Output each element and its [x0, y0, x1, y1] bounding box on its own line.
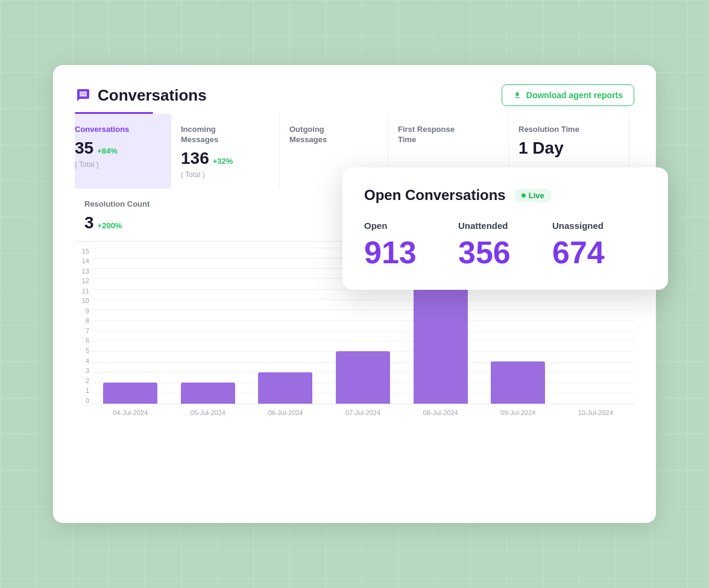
stat-label-resolution-time: Resolution Time	[518, 125, 619, 135]
stat-label-resolution-count: Resolution Count	[84, 199, 162, 210]
stat-label-conversations: Conversations	[75, 125, 161, 135]
conv-stat-label-open: Open	[364, 220, 458, 231]
stat-value-outgoing	[289, 150, 378, 167]
conv-stat-label-unassigned: Unassigned	[552, 220, 646, 231]
stat-sub-conversations: ( Total )	[75, 160, 161, 169]
bar-06jul	[247, 248, 324, 404]
y-label-3: 3	[75, 367, 89, 374]
open-conv-header: Open Conversations Live	[364, 187, 646, 204]
conv-stat-label-unattended: Unattended	[458, 220, 552, 231]
x-label-07jul: 07-Jul-2024	[324, 409, 402, 416]
y-label-6: 6	[75, 337, 89, 344]
main-card: Conversations Download agent reports Con…	[53, 65, 656, 523]
download-button[interactable]: Download agent reports	[502, 84, 634, 106]
conv-stat-value-unassigned: 674	[552, 237, 646, 268]
conv-stat-unassigned: Unassigned 674	[552, 220, 646, 268]
chat-icon	[75, 87, 92, 104]
bar-05jul	[169, 248, 247, 404]
y-label-2: 2	[75, 377, 89, 384]
live-label: Live	[529, 191, 544, 200]
stat-value-resolution-time: 1 Day	[518, 140, 619, 157]
stat-conversations[interactable]: Conversations 35 +84% ( Total )	[75, 114, 171, 189]
bar-value-08jul	[414, 273, 468, 404]
stat-incoming[interactable]: IncomingMessages 136 +32% ( Total )	[171, 114, 280, 189]
download-icon	[513, 91, 522, 99]
stat-value-resolution-count: 3	[84, 214, 94, 231]
stat-sub-incoming: ( Total )	[181, 170, 269, 179]
bar-value-05jul	[181, 383, 235, 404]
card-header: Conversations Download agent reports	[75, 84, 634, 106]
y-label-10: 10	[75, 297, 89, 304]
x-label-08jul: 08-Jul-2024	[402, 409, 479, 416]
y-label-14: 14	[75, 257, 89, 264]
y-label-8: 8	[75, 317, 89, 324]
stat-value-conversations: 35	[75, 140, 93, 157]
y-label-9: 9	[75, 307, 89, 314]
stat-value-incoming: 136	[181, 150, 209, 167]
open-conv-title: Open Conversations	[364, 187, 506, 204]
x-label-06jul: 06-Jul-2024	[247, 409, 324, 416]
bar-value-07jul	[336, 351, 390, 404]
open-conv-stats: Open 913 Unattended 356 Unassigned 674	[364, 220, 646, 268]
conv-stat-value-unattended: 356	[458, 237, 552, 268]
conv-stat-value-open: 913	[364, 237, 458, 268]
x-label-09jul: 09-Jul-2024	[479, 409, 557, 416]
y-label-7: 7	[75, 327, 89, 334]
y-label-11: 11	[75, 287, 89, 295]
download-label: Download agent reports	[526, 90, 623, 100]
conv-stat-open: Open 913	[364, 220, 458, 268]
page-title: Conversations	[98, 86, 207, 105]
stat-change-resolution-count: +200%	[98, 221, 122, 230]
stat-change-conversations: +84%	[97, 146, 118, 155]
live-badge: Live	[514, 189, 552, 202]
stat-label-incoming: IncomingMessages	[181, 125, 269, 145]
stat-change-incoming: +32%	[213, 157, 233, 166]
y-label-13: 13	[75, 267, 89, 275]
y-label-0: 0	[75, 397, 89, 404]
stat-resolution-count[interactable]: Resolution Count 3 +200%	[75, 189, 171, 241]
bar-04jul	[92, 248, 169, 404]
x-label-05jul: 05-Jul-2024	[169, 409, 247, 416]
bar-value-04jul	[103, 383, 157, 404]
bar-value-06jul	[258, 372, 312, 404]
stat-value-first-response	[398, 150, 499, 167]
y-label-4: 4	[75, 357, 89, 364]
y-label-1: 1	[75, 387, 89, 394]
conv-stat-unattended: Unattended 356	[458, 220, 552, 268]
stat-label-first-response: First ResponseTime	[398, 125, 499, 145]
y-label-5: 5	[75, 347, 89, 354]
open-conversations-card: Open Conversations Live Open 913 Unatten…	[342, 167, 668, 290]
stat-label-outgoing: OutgoingMessages	[289, 125, 378, 145]
bar-value-09jul	[491, 361, 545, 403]
y-label-15: 15	[75, 248, 89, 255]
bar-value-10jul	[569, 402, 623, 404]
x-label-10jul: 10-Jul-2024	[556, 409, 634, 416]
title-area: Conversations	[75, 86, 207, 105]
x-label-04jul: 04-Jul-2024	[92, 409, 169, 416]
y-label-12: 12	[75, 277, 89, 284]
live-dot	[522, 193, 526, 198]
